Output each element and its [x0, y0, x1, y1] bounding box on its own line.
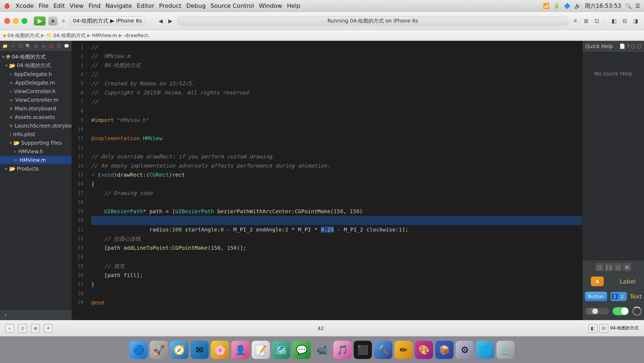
editor-standard-button[interactable]: ≡: [571, 17, 580, 25]
issue-nav-icon[interactable]: ⚠: [33, 43, 39, 50]
hide-navigator-button[interactable]: ◧: [589, 324, 597, 333]
navigator-button[interactable]: ◧: [610, 17, 618, 25]
quick-help-icon[interactable]: ?: [627, 43, 630, 49]
menu-help[interactable]: Help: [287, 2, 300, 9]
find-nav-icon[interactable]: 🔍: [25, 43, 31, 50]
comp-icon-2[interactable]: { }: [605, 263, 613, 271]
dock-terminal[interactable]: ⬛: [354, 341, 372, 359]
dock-pixelmator[interactable]: 🎨: [415, 341, 433, 359]
tree-group-products[interactable]: ▶ 📂 Products: [0, 164, 72, 173]
tree-file-viewcontroller-h[interactable]: h ViewController.h: [0, 87, 72, 96]
dock-app1[interactable]: 🌐: [476, 341, 494, 359]
dock-reminders[interactable]: 📝: [252, 341, 270, 359]
show-issues-button[interactable]: ⊙: [18, 324, 27, 333]
tree-file-launchscreen[interactable]: ⊞ LaunchScreen.storyboard: [0, 121, 72, 130]
stop-button[interactable]: ■: [48, 16, 57, 26]
menu-product[interactable]: Product: [159, 2, 182, 9]
dock-xcode[interactable]: 🔨: [374, 341, 392, 359]
dock-sketch[interactable]: ✏️: [394, 341, 413, 359]
add-file-statusbar-button[interactable]: ＋: [5, 324, 14, 333]
code-text[interactable]: // // HMView.m // 04-绘图的方式 // // Created…: [86, 41, 582, 320]
symbol-nav-icon[interactable]: ⬡: [17, 43, 24, 50]
tree-file-main-storyboard[interactable]: ⊞ Main.storyboard: [0, 104, 72, 113]
editor-assistant-button[interactable]: ⊞: [582, 17, 590, 25]
close-button[interactable]: [4, 18, 10, 24]
menu-source-control[interactable]: Source Control: [211, 2, 254, 9]
tree-file-hmview-h[interactable]: h HMView.h: [0, 147, 72, 156]
label-component-icon[interactable]: A: [591, 277, 604, 286]
menu-editor[interactable]: Editor: [137, 2, 154, 9]
debug-nav-icon[interactable]: 🐞: [48, 43, 54, 50]
segmented-component[interactable]: 1 2: [610, 292, 627, 301]
run-button[interactable]: ▶: [34, 16, 46, 26]
add-file-button[interactable]: ＋: [2, 311, 9, 318]
dock-messages[interactable]: 💬: [292, 341, 311, 359]
breadcrumb-project[interactable]: 04-绘图的方式: [8, 32, 39, 39]
comp-icon-4[interactable]: ⊞: [623, 263, 631, 271]
comp-icon-1[interactable]: □: [596, 263, 604, 271]
dock-maps[interactable]: 🗺️: [272, 341, 290, 359]
dock-mail[interactable]: ✉️: [191, 341, 209, 359]
notification-icon[interactable]: ☰: [635, 3, 640, 9]
tree-group-supporting[interactable]: ▼ 📂 Supporting Files: [0, 139, 72, 147]
menu-file[interactable]: File: [39, 2, 49, 9]
menu-window[interactable]: Window: [259, 2, 282, 9]
menu-find[interactable]: Find: [89, 2, 101, 9]
tree-file-viewcontroller-m[interactable]: m ViewController.m: [0, 96, 72, 104]
menu-edit[interactable]: Edit: [53, 2, 65, 9]
menu-xcode[interactable]: Xcode: [16, 2, 34, 9]
tree-file-assets[interactable]: ⊛ Assets.xcassets: [0, 113, 72, 121]
dock-safari[interactable]: 🧭: [170, 341, 188, 359]
log-nav-icon[interactable]: 💬: [64, 43, 70, 50]
dock-launchpad[interactable]: 🚀: [150, 341, 168, 359]
file-inspector-icon[interactable]: 📄: [619, 43, 625, 49]
circle-icon[interactable]: ○: [631, 43, 635, 49]
tree-file-appdelegate-h[interactable]: h AppDelegate.h: [0, 70, 72, 78]
dock-trash[interactable]: 🗑️: [496, 341, 515, 359]
search-icon[interactable]: 🔍: [625, 3, 632, 9]
minimize-button[interactable]: [13, 18, 19, 24]
seg-1[interactable]: 1: [611, 293, 618, 300]
dock-finder[interactable]: 🔵: [129, 341, 148, 359]
dock-system-prefs[interactable]: ⚙️: [456, 341, 474, 359]
breadcrumb-symbol[interactable]: -drawRect:: [124, 32, 150, 38]
utilities-button[interactable]: ◨: [631, 17, 640, 25]
breadcrumb-folder[interactable]: 📁 04-绘图的方式: [46, 32, 86, 39]
dock-itunes[interactable]: 🎵: [333, 341, 352, 359]
button-component[interactable]: Button: [585, 292, 607, 301]
maximize-button[interactable]: [21, 18, 27, 24]
scheme-selector[interactable]: 04-绘图的方式 ▶ iPhone 6s: [69, 16, 146, 26]
seg-2[interactable]: 2: [619, 293, 626, 300]
tree-file-infoplist[interactable]: ℹ Info.plist: [0, 130, 72, 139]
debug-area-button[interactable]: ⊟: [620, 17, 629, 25]
apple-menu[interactable]: 🍎: [4, 3, 10, 9]
toggle-component[interactable]: [613, 307, 629, 315]
menu-navigate[interactable]: Navigate: [105, 2, 132, 9]
project-nav-icon[interactable]: 📁: [2, 43, 8, 50]
tree-file-appdelegate-m[interactable]: m AppDelegate.m: [0, 78, 72, 87]
dock-facetime[interactable]: 📹: [313, 341, 331, 359]
nav-forward-button[interactable]: ▶: [166, 17, 174, 25]
tree-file-hmview-m[interactable]: m HMView.m: [0, 156, 72, 164]
tree-group-main[interactable]: ▼ 📂 04-绘图的方式: [0, 61, 72, 70]
menu-view[interactable]: View: [70, 2, 84, 9]
code-editor[interactable]: 1 2 3 4 5 6 7 8 9 10 11 12 13 14 15 16 1…: [72, 41, 582, 320]
dock-photos[interactable]: 🌸: [211, 341, 229, 359]
hide-debug-button[interactable]: ⊟: [599, 324, 608, 333]
slider-component[interactable]: [585, 308, 609, 314]
tree-root-project[interactable]: ▼ 📦 04-绘图的方式: [0, 53, 72, 61]
dock-virtualbox[interactable]: 📦: [435, 341, 453, 359]
show-callers-button[interactable]: ⊕: [31, 324, 40, 333]
code-view[interactable]: 1 2 3 4 5 6 7 8 9 10 11 12 13 14 15 16 1…: [72, 41, 582, 320]
source-control-icon[interactable]: ⑃: [10, 43, 16, 50]
square-icon[interactable]: □: [637, 43, 641, 49]
test-nav-icon[interactable]: ◇: [41, 43, 47, 50]
comp-icon-3[interactable]: ○: [614, 263, 622, 271]
menu-debug[interactable]: Debug: [186, 2, 206, 9]
breakpoint-nav-icon[interactable]: ⬡: [56, 43, 62, 50]
editor-version-button[interactable]: ⊡: [592, 17, 601, 25]
nav-back-button[interactable]: ◀: [156, 17, 165, 25]
dock-contacts[interactable]: 👤: [231, 341, 250, 359]
breadcrumb-file[interactable]: HMView.m: [92, 32, 117, 38]
show-structure-button[interactable]: ≡: [44, 324, 53, 333]
